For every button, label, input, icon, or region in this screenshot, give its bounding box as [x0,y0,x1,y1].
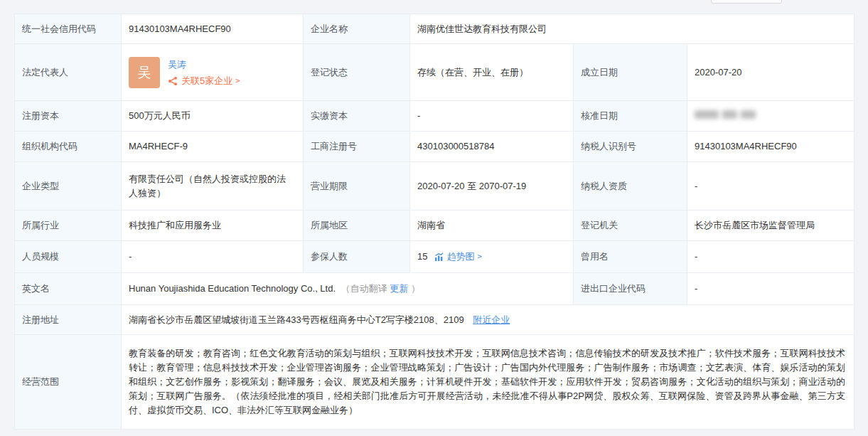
taxpayer-id-value: 91430103MA4RHECF90 [687,132,854,162]
related-companies-link[interactable]: 关联5家企业 > [168,75,240,86]
table-row: 经营范围 教育装备的研发；教育咨询；红色文化教育活动的策划与组织；互联网科技技术… [15,335,854,430]
reg-authority-value: 长沙市岳麓区市场监督管理局 [687,211,854,241]
reg-capital-value: 500万元人民币 [122,101,304,132]
reg-authority-label: 登记机关 [574,211,687,241]
taxpayer-qualification-label: 纳税人资质 [574,162,687,211]
org-code-label: 组织机构代码 [15,132,122,162]
company-name-label: 企业名称 [304,14,410,44]
chevron-right-icon: > [477,250,482,264]
credit-code-label: 统一社会信用代码 [15,14,122,44]
region-value: 湖南省 [410,211,574,241]
legal-rep-label: 法定代表人 [15,44,122,101]
reg-capital-label: 注册资本 [15,101,122,132]
insured-count-label: 参保人数 [304,241,410,273]
english-name-label: 英文名 [15,273,122,305]
avatar[interactable]: 吴 [129,57,160,88]
table-row: 企业类型 有限责任公司（自然人投资或控股的法人独资） 营业期限 2020-07-… [15,162,854,211]
establish-date-value: 2020-07-20 [687,44,854,101]
table-row: 统一社会信用代码 91430103MA4RHECF90 企业名称 湖南优佳世达教… [15,14,854,44]
paid-capital-value: - [410,101,574,132]
biz-reg-no-label: 工商注册号 [304,132,410,162]
auto-translate-note-close: ） [411,283,420,294]
import-export-code-label: 进出口企业代码 [574,273,687,305]
auto-translate-note: （自动翻译 [341,283,387,294]
table-row: 人员规模 - 参保人数 15 趋势图 > [15,241,854,273]
nearby-companies-link[interactable]: 附近企业 [473,314,510,325]
trend-chart-link[interactable]: 趋势图 > [434,250,482,264]
table-row: 英文名 Hunan Youjiashida Education Technolo… [15,273,854,305]
region-label: 所属地区 [304,211,410,241]
reg-status-value: 存续（在营、开业、在册） [410,44,574,101]
business-scope-label: 经营范围 [15,335,122,430]
reg-address-value: 湖南省长沙市岳麓区望城坡街道玉兰路433号西枢纽商务中心T2写字楼2108、21… [129,314,464,325]
update-translation-link[interactable]: 更新 [390,283,408,294]
partial-top-button[interactable] [711,0,782,4]
related-graph-icon [168,76,178,86]
company-info-table: 统一社会信用代码 91430103MA4RHECF90 企业名称 湖南优佳世达教… [14,14,854,430]
industry-label: 所属行业 [15,211,122,241]
taxpayer-id-label: 纳税人识别号 [574,132,687,162]
company-type-label: 企业类型 [15,162,122,211]
staff-size-label: 人员规模 [15,241,122,273]
insured-count-block: 15 趋势图 > [417,250,564,264]
trend-chart-icon [434,252,444,262]
biz-term-value: 2020-07-20 至 2070-07-19 [410,162,574,211]
company-info-page: 统一社会信用代码 91430103MA4RHECF90 企业名称 湖南优佳世达教… [0,0,868,436]
table-row: 注册资本 500万元人民币 实缴资本 - 核准日期 [15,101,854,132]
biz-term-label: 营业期限 [304,162,410,211]
reg-status-label: 登记状态 [304,44,410,101]
staff-size-value: - [122,241,304,273]
insured-count-value: 15 [417,250,427,264]
legal-rep-block: 吴 吴涛 关联5家企业 > [129,57,294,88]
business-scope-value: 教育装备的研发；教育咨询；红色文化教育活动的策划与组织；互联网科技技术开发；互联… [122,335,854,430]
approval-date-label: 核准日期 [574,101,687,132]
taxpayer-qualification-value: - [687,162,854,211]
company-type-value: 有限责任公司（自然人投资或控股的法人独资） [122,162,304,211]
org-code-value: MA4RHECF-9 [122,132,304,162]
establish-date-label: 成立日期 [574,44,687,101]
former-name-value: - [687,241,854,273]
former-name-label: 曾用名 [574,241,687,273]
approval-date-redacted-value [695,110,759,119]
legal-rep-name-link[interactable]: 吴涛 [168,58,240,70]
table-row: 法定代表人 吴 吴涛 关联5家企业 [15,44,854,101]
table-row: 注册地址 湖南省长沙市岳麓区望城坡街道玉兰路433号西枢纽商务中心T2写字楼21… [15,305,854,335]
company-name-value: 湖南优佳世达教育科技有限公司 [410,14,854,44]
industry-value: 科技推广和应用服务业 [122,211,304,241]
related-companies-text: 关联5家企业 [181,75,232,86]
credit-code-value: 91430103MA4RHECF90 [122,14,304,44]
trend-chart-text: 趋势图 [446,250,474,264]
table-row: 所属行业 科技推广和应用服务业 所属地区 湖南省 登记机关 长沙市岳麓区市场监督… [15,211,854,241]
reg-address-label: 注册地址 [15,305,122,335]
import-export-code-value: - [687,273,854,305]
english-name-value: Hunan Youjiashida Education Technology C… [129,283,336,294]
paid-capital-label: 实缴资本 [304,101,410,132]
table-row: 组织机构代码 MA4RHECF-9 工商注册号 430103000518784 … [15,132,854,162]
chevron-right-icon: > [235,75,240,86]
biz-reg-no-value: 430103000518784 [410,132,574,162]
